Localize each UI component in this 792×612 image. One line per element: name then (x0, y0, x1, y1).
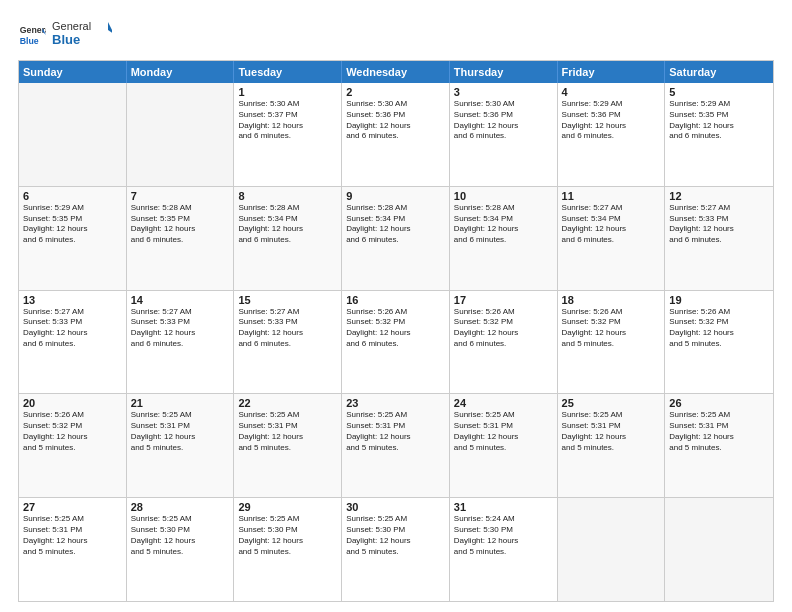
day-number: 19 (669, 294, 769, 306)
day-number: 1 (238, 86, 337, 98)
calendar-cell: 18Sunrise: 5:26 AMSunset: 5:32 PMDayligh… (558, 291, 666, 394)
logo-svg: General Blue (52, 18, 112, 48)
calendar-row: 27Sunrise: 5:25 AMSunset: 5:31 PMDayligh… (19, 497, 773, 601)
day-number: 17 (454, 294, 553, 306)
cell-info: Sunrise: 5:27 AMSunset: 5:33 PMDaylight:… (23, 307, 122, 350)
calendar-cell: 17Sunrise: 5:26 AMSunset: 5:32 PMDayligh… (450, 291, 558, 394)
cell-info: Sunrise: 5:28 AMSunset: 5:35 PMDaylight:… (131, 203, 230, 246)
calendar-cell: 26Sunrise: 5:25 AMSunset: 5:31 PMDayligh… (665, 394, 773, 497)
day-number: 15 (238, 294, 337, 306)
calendar-cell: 29Sunrise: 5:25 AMSunset: 5:30 PMDayligh… (234, 498, 342, 601)
page: General Blue General Blue SundayMondayTu… (0, 0, 792, 612)
day-number: 24 (454, 397, 553, 409)
day-number: 9 (346, 190, 445, 202)
calendar-cell: 13Sunrise: 5:27 AMSunset: 5:33 PMDayligh… (19, 291, 127, 394)
calendar-cell: 31Sunrise: 5:24 AMSunset: 5:30 PMDayligh… (450, 498, 558, 601)
calendar-cell: 23Sunrise: 5:25 AMSunset: 5:31 PMDayligh… (342, 394, 450, 497)
cell-info: Sunrise: 5:29 AMSunset: 5:35 PMDaylight:… (23, 203, 122, 246)
header: General Blue General Blue (18, 18, 774, 52)
cell-info: Sunrise: 5:26 AMSunset: 5:32 PMDaylight:… (23, 410, 122, 453)
day-number: 11 (562, 190, 661, 202)
day-number: 10 (454, 190, 553, 202)
cell-info: Sunrise: 5:26 AMSunset: 5:32 PMDaylight:… (562, 307, 661, 350)
day-number: 26 (669, 397, 769, 409)
calendar-cell: 30Sunrise: 5:25 AMSunset: 5:30 PMDayligh… (342, 498, 450, 601)
day-number: 22 (238, 397, 337, 409)
cell-info: Sunrise: 5:27 AMSunset: 5:33 PMDaylight:… (669, 203, 769, 246)
cell-info: Sunrise: 5:25 AMSunset: 5:31 PMDaylight:… (454, 410, 553, 453)
calendar-cell: 14Sunrise: 5:27 AMSunset: 5:33 PMDayligh… (127, 291, 235, 394)
calendar-cell (19, 83, 127, 186)
calendar-cell: 7Sunrise: 5:28 AMSunset: 5:35 PMDaylight… (127, 187, 235, 290)
calendar-cell: 15Sunrise: 5:27 AMSunset: 5:33 PMDayligh… (234, 291, 342, 394)
day-number: 29 (238, 501, 337, 513)
cell-info: Sunrise: 5:27 AMSunset: 5:33 PMDaylight:… (131, 307, 230, 350)
calendar-cell (127, 83, 235, 186)
cell-info: Sunrise: 5:30 AMSunset: 5:36 PMDaylight:… (346, 99, 445, 142)
weekday-header: Thursday (450, 61, 558, 83)
cell-info: Sunrise: 5:25 AMSunset: 5:30 PMDaylight:… (131, 514, 230, 557)
day-number: 20 (23, 397, 122, 409)
cell-info: Sunrise: 5:27 AMSunset: 5:34 PMDaylight:… (562, 203, 661, 246)
calendar-cell: 25Sunrise: 5:25 AMSunset: 5:31 PMDayligh… (558, 394, 666, 497)
day-number: 12 (669, 190, 769, 202)
calendar-cell: 27Sunrise: 5:25 AMSunset: 5:31 PMDayligh… (19, 498, 127, 601)
cell-info: Sunrise: 5:27 AMSunset: 5:33 PMDaylight:… (238, 307, 337, 350)
calendar-cell: 9Sunrise: 5:28 AMSunset: 5:34 PMDaylight… (342, 187, 450, 290)
calendar-cell (665, 498, 773, 601)
cell-info: Sunrise: 5:28 AMSunset: 5:34 PMDaylight:… (454, 203, 553, 246)
cell-info: Sunrise: 5:30 AMSunset: 5:36 PMDaylight:… (454, 99, 553, 142)
cell-info: Sunrise: 5:25 AMSunset: 5:31 PMDaylight:… (562, 410, 661, 453)
cell-info: Sunrise: 5:25 AMSunset: 5:30 PMDaylight:… (238, 514, 337, 557)
day-number: 21 (131, 397, 230, 409)
svg-text:General: General (52, 20, 91, 32)
day-number: 13 (23, 294, 122, 306)
calendar-cell: 5Sunrise: 5:29 AMSunset: 5:35 PMDaylight… (665, 83, 773, 186)
svg-text:General: General (20, 25, 46, 35)
calendar-cell: 28Sunrise: 5:25 AMSunset: 5:30 PMDayligh… (127, 498, 235, 601)
calendar-body: 1Sunrise: 5:30 AMSunset: 5:37 PMDaylight… (19, 83, 773, 601)
calendar-cell: 3Sunrise: 5:30 AMSunset: 5:36 PMDaylight… (450, 83, 558, 186)
calendar-cell: 24Sunrise: 5:25 AMSunset: 5:31 PMDayligh… (450, 394, 558, 497)
day-number: 5 (669, 86, 769, 98)
weekday-header: Saturday (665, 61, 773, 83)
cell-info: Sunrise: 5:25 AMSunset: 5:30 PMDaylight:… (346, 514, 445, 557)
day-number: 25 (562, 397, 661, 409)
calendar-cell: 8Sunrise: 5:28 AMSunset: 5:34 PMDaylight… (234, 187, 342, 290)
day-number: 14 (131, 294, 230, 306)
cell-info: Sunrise: 5:28 AMSunset: 5:34 PMDaylight:… (238, 203, 337, 246)
cell-info: Sunrise: 5:25 AMSunset: 5:31 PMDaylight:… (23, 514, 122, 557)
day-number: 2 (346, 86, 445, 98)
day-number: 7 (131, 190, 230, 202)
day-number: 31 (454, 501, 553, 513)
day-number: 8 (238, 190, 337, 202)
weekday-header: Sunday (19, 61, 127, 83)
calendar-row: 13Sunrise: 5:27 AMSunset: 5:33 PMDayligh… (19, 290, 773, 394)
day-number: 4 (562, 86, 661, 98)
calendar-cell: 1Sunrise: 5:30 AMSunset: 5:37 PMDaylight… (234, 83, 342, 186)
day-number: 18 (562, 294, 661, 306)
calendar-cell: 4Sunrise: 5:29 AMSunset: 5:36 PMDaylight… (558, 83, 666, 186)
calendar-cell: 10Sunrise: 5:28 AMSunset: 5:34 PMDayligh… (450, 187, 558, 290)
cell-info: Sunrise: 5:30 AMSunset: 5:37 PMDaylight:… (238, 99, 337, 142)
svg-text:Blue: Blue (52, 32, 80, 47)
cell-info: Sunrise: 5:26 AMSunset: 5:32 PMDaylight:… (669, 307, 769, 350)
calendar: SundayMondayTuesdayWednesdayThursdayFrid… (18, 60, 774, 602)
calendar-header: SundayMondayTuesdayWednesdayThursdayFrid… (19, 61, 773, 83)
svg-marker-5 (108, 22, 112, 34)
weekday-header: Monday (127, 61, 235, 83)
logo: General Blue General Blue (18, 18, 112, 52)
cell-info: Sunrise: 5:25 AMSunset: 5:31 PMDaylight:… (669, 410, 769, 453)
day-number: 27 (23, 501, 122, 513)
calendar-cell: 19Sunrise: 5:26 AMSunset: 5:32 PMDayligh… (665, 291, 773, 394)
cell-info: Sunrise: 5:28 AMSunset: 5:34 PMDaylight:… (346, 203, 445, 246)
cell-info: Sunrise: 5:24 AMSunset: 5:30 PMDaylight:… (454, 514, 553, 557)
day-number: 23 (346, 397, 445, 409)
weekday-header: Wednesday (342, 61, 450, 83)
cell-info: Sunrise: 5:25 AMSunset: 5:31 PMDaylight:… (238, 410, 337, 453)
calendar-cell (558, 498, 666, 601)
calendar-cell: 22Sunrise: 5:25 AMSunset: 5:31 PMDayligh… (234, 394, 342, 497)
weekday-header: Tuesday (234, 61, 342, 83)
day-number: 6 (23, 190, 122, 202)
calendar-cell: 16Sunrise: 5:26 AMSunset: 5:32 PMDayligh… (342, 291, 450, 394)
